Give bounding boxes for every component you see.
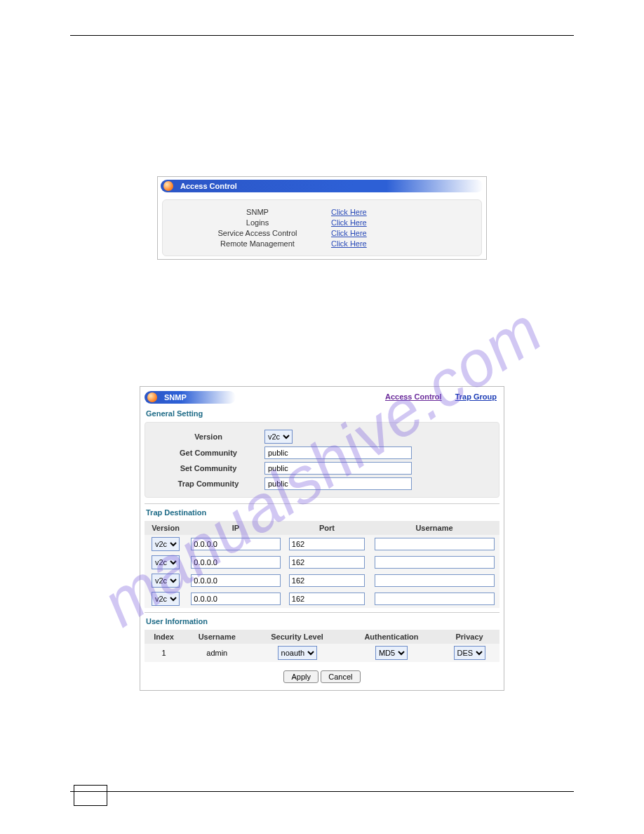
snmp-title-bar: SNMP: [145, 391, 236, 404]
get-community-label: Get Community: [152, 449, 264, 457]
trap-ip-input[interactable]: [191, 574, 280, 587]
user-privacy-select[interactable]: DES: [454, 646, 485, 660]
trap-username-input[interactable]: [375, 593, 495, 605]
access-link-snmp[interactable]: Click Here: [331, 208, 367, 216]
access-label: Logins: [184, 218, 331, 227]
trap-community-label: Trap Community: [152, 479, 264, 488]
version-label: Version: [152, 432, 264, 441]
trap-destination-table: Version IP Port Username v2c v2c v2c: [145, 521, 499, 608]
trap-row: v2c: [145, 535, 499, 553]
trap-username-input[interactable]: [375, 574, 495, 587]
sphere-icon: [147, 392, 157, 402]
link-access-control[interactable]: Access Control: [385, 392, 442, 401]
divider: [145, 503, 499, 504]
trap-port-input[interactable]: [289, 538, 365, 550]
access-label: Remote Management: [184, 239, 331, 248]
trap-community-input[interactable]: [264, 477, 412, 490]
trap-version-select[interactable]: v2c: [152, 555, 180, 569]
access-link-service[interactable]: Click Here: [331, 229, 367, 237]
trap-destination-title: Trap Destination: [146, 508, 499, 517]
trap-row: v2c: [145, 553, 499, 571]
access-row-remote: Remote Management Click Here: [184, 239, 460, 248]
user-security-select[interactable]: noauth: [278, 646, 317, 660]
th-ip: IP: [187, 521, 285, 535]
user-index: 1: [145, 644, 183, 662]
set-community-input[interactable]: [264, 462, 412, 475]
trap-username-input[interactable]: [375, 538, 495, 550]
user-auth-select[interactable]: MD5: [375, 646, 408, 660]
access-row-service: Service Access Control Click Here: [184, 229, 460, 237]
trap-ip-input[interactable]: [191, 538, 280, 550]
trap-row: v2c: [145, 571, 499, 590]
access-row-snmp: SNMP Click Here: [184, 208, 460, 216]
user-row: 1 admin noauth MD5 DES: [145, 644, 499, 662]
snmp-panel: SNMP Access Control Trap Group General S…: [140, 386, 504, 691]
button-row: Apply Cancel: [145, 670, 499, 683]
trap-version-select[interactable]: v2c: [152, 574, 180, 588]
access-control-panel: Access Control SNMP Click Here Logins Cl…: [157, 176, 487, 260]
access-row-logins: Logins Click Here: [184, 218, 460, 227]
th-auth: Authentication: [344, 630, 439, 644]
user-username: admin: [183, 644, 250, 662]
user-information-title: User Information: [146, 617, 499, 626]
trap-version-select[interactable]: v2c: [152, 537, 180, 551]
access-link-remote[interactable]: Click Here: [331, 239, 367, 248]
trap-port-input[interactable]: [289, 593, 365, 605]
trap-port-input[interactable]: [289, 574, 365, 587]
user-information-table: Index Username Security Level Authentica…: [145, 630, 499, 662]
th-port: Port: [285, 521, 369, 535]
trap-version-select[interactable]: v2c: [152, 592, 180, 606]
access-label: SNMP: [184, 208, 331, 216]
get-community-input[interactable]: [264, 446, 412, 459]
apply-button[interactable]: Apply: [283, 670, 318, 683]
trap-username-input[interactable]: [375, 556, 495, 569]
set-community-label: Set Community: [152, 464, 264, 472]
cancel-button[interactable]: Cancel: [321, 670, 360, 683]
access-label: Service Access Control: [184, 229, 331, 237]
general-setting-form: Version v2c Get Community Set Community …: [145, 422, 499, 498]
page-bottom-rule: [70, 791, 574, 792]
snmp-title: SNMP: [164, 393, 187, 402]
th-security: Security Level: [250, 630, 343, 644]
access-link-logins[interactable]: Click Here: [331, 218, 367, 227]
trap-port-input[interactable]: [289, 556, 365, 569]
th-version: Version: [145, 521, 187, 535]
general-setting-title: General Setting: [146, 409, 499, 418]
th-index: Index: [145, 630, 183, 644]
divider: [145, 612, 499, 613]
th-username: Username: [183, 630, 250, 644]
page-top-rule: [70, 35, 574, 36]
version-select[interactable]: v2c: [264, 430, 293, 444]
link-trap-group[interactable]: Trap Group: [455, 392, 497, 401]
trap-row: v2c: [145, 590, 499, 608]
th-privacy: Privacy: [439, 630, 499, 644]
access-control-title: Access Control: [180, 182, 237, 190]
trap-ip-input[interactable]: [191, 556, 280, 569]
th-username: Username: [369, 521, 499, 535]
sphere-icon: [163, 181, 173, 191]
snmp-top-bar: SNMP Access Control Trap Group: [145, 391, 499, 406]
access-control-header: Access Control: [161, 180, 483, 192]
page-number-box: [74, 785, 107, 806]
snmp-top-links: Access Control Trap Group: [374, 392, 497, 401]
access-control-body: SNMP Click Here Logins Click Here Servic…: [162, 199, 482, 256]
trap-ip-input[interactable]: [191, 593, 280, 605]
